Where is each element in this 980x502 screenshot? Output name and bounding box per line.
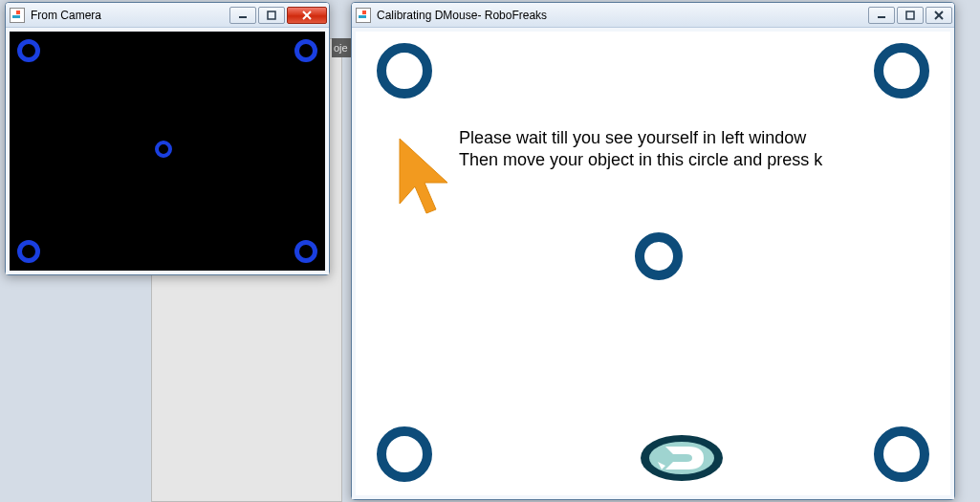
cursor-arrow-icon <box>396 137 453 223</box>
instruction-text: Please wait till you see yourself in lef… <box>459 127 889 172</box>
svg-rect-1 <box>268 11 275 19</box>
app-icon <box>356 8 371 23</box>
calibrate-titlebar[interactable]: Calibrating DMouse- RoboFreaks <box>352 3 954 28</box>
maximize-button[interactable] <box>897 7 924 24</box>
window-controls <box>868 7 952 24</box>
calibrate-window-title: Calibrating DMouse- RoboFreaks <box>377 9 868 22</box>
calibration-target-icon <box>874 426 929 482</box>
calibrate-window: Calibrating DMouse- RoboFreaks Please wa… <box>351 2 955 500</box>
calibration-circle-icon <box>17 240 40 263</box>
close-button[interactable] <box>926 7 952 24</box>
camera-feed <box>10 32 325 271</box>
instruction-line1: Please wait till you see yourself in lef… <box>459 128 806 147</box>
instruction-line2: Then move your object in this circle and… <box>459 150 822 169</box>
calibration-circle-icon <box>294 240 317 263</box>
maximize-button[interactable] <box>258 7 285 24</box>
calibration-target-icon <box>377 43 432 98</box>
calibrate-canvas: Please wait till you see yourself in lef… <box>356 32 950 495</box>
minimize-button[interactable] <box>229 7 256 24</box>
calibration-target-icon <box>635 232 683 280</box>
close-button[interactable] <box>287 7 327 24</box>
window-controls <box>229 7 327 24</box>
calibration-circle-icon <box>17 39 40 62</box>
calibration-circle-icon <box>155 141 172 158</box>
camera-frame <box>6 28 329 274</box>
calibration-circle-icon <box>294 39 317 62</box>
svg-rect-5 <box>906 11 914 19</box>
dmouse-logo-icon <box>639 433 725 483</box>
camera-window-title: From Camera <box>31 9 229 22</box>
camera-window: From Camera <box>5 2 330 275</box>
app-icon <box>10 8 25 23</box>
camera-titlebar[interactable]: From Camera <box>6 3 329 28</box>
calibrate-frame: Please wait till you see yourself in lef… <box>352 28 954 499</box>
calibration-target-icon <box>874 43 929 98</box>
calibration-target-icon <box>377 426 432 482</box>
minimize-button[interactable] <box>868 7 895 24</box>
